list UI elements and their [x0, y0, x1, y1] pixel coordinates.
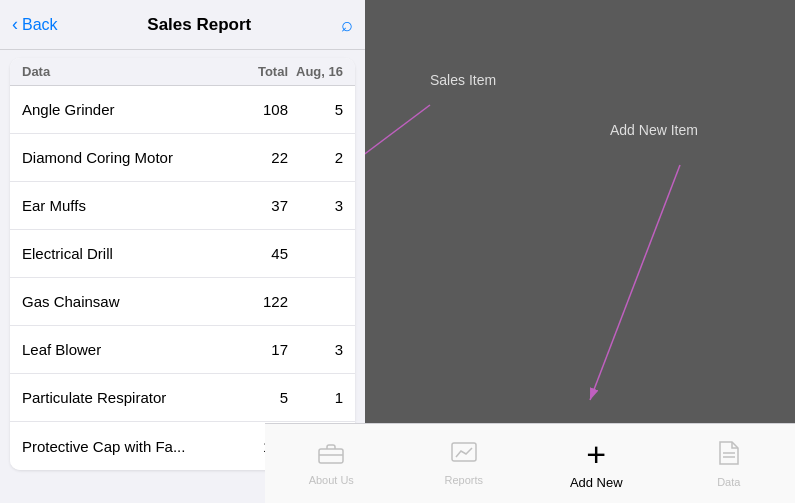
table-row[interactable]: Gas Chainsaw 122: [10, 278, 355, 326]
table-row[interactable]: Electrical Drill 45: [10, 230, 355, 278]
svg-rect-4: [319, 449, 343, 463]
nav-item-data[interactable]: Data: [663, 440, 796, 488]
back-button[interactable]: ‹ Back: [12, 14, 58, 35]
row-total: 22: [228, 149, 288, 166]
nav-item-add-new[interactable]: + Add New: [530, 437, 663, 490]
row-aug: 3: [288, 341, 343, 358]
col-header-data: Data: [22, 64, 228, 79]
row-name: Diamond Coring Motor: [22, 149, 228, 166]
page-title: Sales Report: [147, 15, 251, 35]
col-header-aug: Aug, 16: [288, 64, 343, 79]
briefcase-icon: [318, 442, 344, 470]
row-total: 37: [228, 197, 288, 214]
row-total: 45: [228, 245, 288, 262]
header: ‹ Back Sales Report ⌕: [0, 0, 365, 50]
add-new-item-annotation: Add New Item: [610, 122, 698, 138]
bottom-nav: About Us Reports + Add New Data: [265, 423, 795, 503]
plus-icon: +: [586, 437, 606, 471]
row-aug: 2: [288, 149, 343, 166]
table-row[interactable]: Particulate Respirator 5 1: [10, 374, 355, 422]
row-total: 5: [228, 389, 288, 406]
row-total: 122: [228, 293, 288, 310]
row-name: Particulate Respirator: [22, 389, 228, 406]
row-aug: 5: [288, 101, 343, 118]
nav-label-reports: Reports: [444, 474, 483, 486]
nav-item-reports[interactable]: Reports: [398, 442, 531, 486]
row-name: Leaf Blower: [22, 341, 228, 358]
nav-label-add-new: Add New: [570, 475, 623, 490]
table-header: Data Total Aug, 16: [10, 58, 355, 86]
back-label: Back: [22, 16, 58, 34]
sales-table: Data Total Aug, 16 Angle Grinder 108 5 D…: [10, 58, 355, 470]
sales-item-annotation: Sales Item: [430, 72, 496, 88]
row-name: Protective Cap with Fa...: [22, 438, 228, 455]
row-aug: 3: [288, 197, 343, 214]
row-aug: 1: [288, 389, 343, 406]
row-total: 108: [228, 101, 288, 118]
chart-icon: [451, 442, 477, 470]
col-header-total: Total: [228, 64, 288, 79]
back-chevron-icon: ‹: [12, 14, 18, 35]
nav-label-data: Data: [717, 476, 740, 488]
search-icon[interactable]: ⌕: [341, 13, 353, 36]
table-row[interactable]: Angle Grinder 108 5: [10, 86, 355, 134]
row-name: Gas Chainsaw: [22, 293, 228, 310]
nav-item-about-us[interactable]: About Us: [265, 442, 398, 486]
nav-label-about-us: About Us: [309, 474, 354, 486]
row-name: Ear Muffs: [22, 197, 228, 214]
table-row[interactable]: Diamond Coring Motor 22 2: [10, 134, 355, 182]
table-row[interactable]: Leaf Blower 17 3: [10, 326, 355, 374]
row-name: Electrical Drill: [22, 245, 228, 262]
row-name: Angle Grinder: [22, 101, 228, 118]
document-icon: [718, 440, 740, 472]
table-row[interactable]: Ear Muffs 37 3: [10, 182, 355, 230]
row-total: 17: [228, 341, 288, 358]
